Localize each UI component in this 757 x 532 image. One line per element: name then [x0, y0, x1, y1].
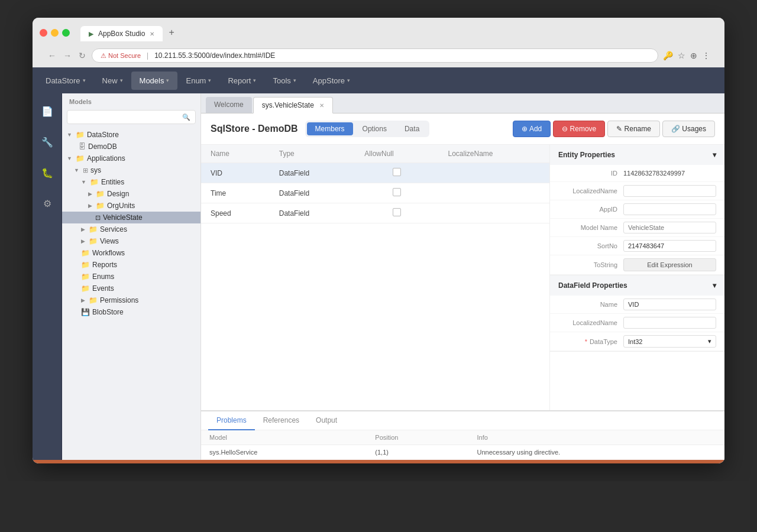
- sidebar-item-design[interactable]: ▶ 📁 Design: [62, 188, 200, 200]
- sidebar-item-orgunits[interactable]: ▶ 📁 OrgUnits: [62, 200, 200, 212]
- sidebar-item-applications[interactable]: ▼ 📁 Applications: [62, 153, 200, 164]
- sidebar-item-vehiclestate[interactable]: ⊡ VehicleState: [62, 212, 200, 223]
- not-secure-indicator: ⚠ Not Secure: [101, 52, 141, 60]
- sidebar-item-events[interactable]: 📁 Events: [62, 283, 200, 294]
- chevron-right-icon: ▶: [81, 297, 85, 303]
- minimize-window-button[interactable]: [51, 29, 59, 37]
- nav-models[interactable]: Models ▾: [131, 72, 178, 90]
- cell-name: Time: [201, 183, 270, 203]
- refresh-button[interactable]: ↻: [77, 50, 87, 61]
- nav-report[interactable]: Report ▾: [219, 72, 264, 90]
- nav-new[interactable]: New ▾: [94, 72, 131, 90]
- sidebar-item-enums[interactable]: 📁 Enums: [62, 271, 200, 283]
- entity-icon: ⊡: [95, 214, 101, 222]
- entity-properties-header[interactable]: Entity Properties ▾: [550, 145, 724, 165]
- content-area: SqlStore - DemoDB Members Options Data ⊕…: [201, 113, 724, 460]
- prop-row-df-name: Name: [550, 296, 724, 314]
- content-header: SqlStore - DemoDB Members Options Data ⊕…: [201, 113, 724, 145]
- nav-appstore[interactable]: AppStore ▾: [305, 72, 358, 90]
- view-tab-data[interactable]: Data: [396, 122, 428, 135]
- sidebar-item-services[interactable]: ▶ 📁 Services: [62, 223, 200, 235]
- edit-expression-button[interactable]: Edit Expression: [623, 258, 716, 271]
- address-input-bar[interactable]: ⚠ Not Secure | 10.211.55.3:5000/dev/inde…: [92, 48, 658, 63]
- browser-tab-appbox[interactable]: ▶ AppBox Studio ✕: [80, 26, 163, 41]
- sidebar-item-demodb[interactable]: 🗄 DemoDB: [62, 141, 200, 153]
- bottom-tab-references[interactable]: References: [255, 411, 308, 430]
- col-name: Name: [201, 145, 270, 163]
- chevron-down-icon: ▾: [83, 77, 86, 83]
- view-tabs: Members Options Data: [305, 121, 430, 137]
- tab-welcome[interactable]: Welcome: [206, 97, 252, 113]
- table-row[interactable]: VID DataField: [201, 163, 549, 183]
- chevron-right-icon: ▶: [81, 238, 85, 244]
- folder-icon: 📁: [81, 249, 90, 257]
- remove-button[interactable]: ⊖ Remove: [553, 121, 605, 137]
- usages-button[interactable]: 🔗 Usages: [662, 121, 715, 137]
- col-localizename: LocalizeName: [439, 145, 550, 163]
- gear-icon-button[interactable]: ⚙: [37, 193, 58, 214]
- sidebar-item-reports[interactable]: 📁 Reports: [62, 259, 200, 271]
- editor-tabs: Welcome sys.VehicleState ✕: [201, 93, 724, 113]
- problems-table: Model Position Info sys.HelloService (1,…: [201, 430, 724, 460]
- prop-input-appid[interactable]: [623, 203, 716, 215]
- sidebar-item-entities[interactable]: ▼ 📁 Entities: [62, 176, 200, 188]
- bottom-tab-output[interactable]: Output: [308, 411, 345, 430]
- browser-window: ▶ AppBox Studio ✕ + ← → ↻ ⚠ Not Secure |…: [33, 18, 724, 463]
- bottom-tab-problems[interactable]: Problems: [208, 411, 255, 430]
- prop-row-localizedname: LocalizedName: [550, 182, 724, 200]
- tab-vehiclestate[interactable]: sys.VehicleState ✕: [253, 97, 333, 113]
- rename-button[interactable]: ✎ Rename: [607, 121, 660, 137]
- sidebar-item-blobstore[interactable]: 💾 BlobStore: [62, 306, 200, 318]
- traffic-lights: [40, 29, 70, 37]
- col-type: Type: [270, 145, 355, 163]
- prop-input-df-localizedname[interactable]: [623, 317, 716, 329]
- sidebar-search[interactable]: 🔍: [67, 110, 196, 124]
- view-tab-members[interactable]: Members: [307, 122, 353, 135]
- cell-name: VID: [201, 163, 270, 183]
- nav-datastore[interactable]: DataStore ▾: [37, 72, 94, 90]
- tab-close-button[interactable]: ✕: [150, 31, 154, 37]
- prop-input-localizedname[interactable]: [623, 185, 716, 197]
- sidebar-item-sys[interactable]: ▼ ⊞ sys: [62, 164, 200, 176]
- sidebar-item-datastore[interactable]: ▼ 📁 DataStore: [62, 129, 200, 141]
- file-icon-button[interactable]: 📄: [37, 100, 58, 122]
- forward-button[interactable]: →: [62, 50, 73, 61]
- prop-select-datatype[interactable]: Int32 ▾: [623, 335, 716, 348]
- bottom-tabs: Problems References Output: [201, 411, 724, 430]
- browser-chrome: ▶ AppBox Studio ✕ + ← → ↻ ⚠ Not Secure |…: [33, 18, 724, 67]
- table-row[interactable]: Time DataField: [201, 183, 549, 203]
- bug-icon-button[interactable]: 🐛: [37, 162, 58, 183]
- cell-info: Unnecessary using directive.: [469, 445, 724, 460]
- search-input[interactable]: [72, 113, 182, 121]
- datafield-properties-header[interactable]: DataField Properties ▾: [550, 275, 724, 296]
- wrench-icon-button[interactable]: 🔧: [37, 131, 58, 153]
- prop-input-sortno[interactable]: [623, 240, 716, 252]
- table-row[interactable]: Speed DataField: [201, 203, 549, 223]
- new-tab-button[interactable]: +: [164, 24, 179, 41]
- back-button[interactable]: ←: [47, 50, 57, 61]
- nav-tools[interactable]: Tools ▾: [264, 72, 304, 90]
- cell-localizename: [439, 203, 550, 223]
- cell-type: DataField: [270, 203, 355, 223]
- prop-input-modelname[interactable]: [623, 222, 716, 233]
- maximize-window-button[interactable]: [62, 29, 70, 37]
- sidebar-item-workflows[interactable]: 📁 Workflows: [62, 247, 200, 259]
- extensions-icon[interactable]: ⊕: [690, 51, 697, 60]
- sidebar-item-permissions[interactable]: ▶ 📁 Permissions: [62, 294, 200, 306]
- sidebar-header: Models: [62, 93, 200, 108]
- sidebar-item-views[interactable]: ▶ 📁 Views: [62, 235, 200, 247]
- menu-icon[interactable]: ⋮: [702, 51, 710, 60]
- close-window-button[interactable]: [40, 29, 47, 37]
- add-button[interactable]: ⊕ Add: [513, 121, 551, 137]
- cell-allownull: [355, 163, 438, 183]
- collapse-icon: ▾: [713, 281, 716, 290]
- prop-input-df-name[interactable]: [623, 299, 716, 310]
- view-tab-options[interactable]: Options: [354, 122, 395, 135]
- tab-close-icon[interactable]: ✕: [319, 102, 324, 109]
- prop-row-tostring: ToString Edit Expression: [550, 255, 724, 275]
- prop-row-appid: AppID: [550, 200, 724, 219]
- nav-enum[interactable]: Enum ▾: [177, 72, 219, 90]
- bookmark-icon[interactable]: ☆: [678, 51, 685, 60]
- table-row[interactable]: sys.HelloService (1,1) Unnecessary using…: [201, 445, 724, 460]
- folder-icon: 📁: [76, 154, 85, 163]
